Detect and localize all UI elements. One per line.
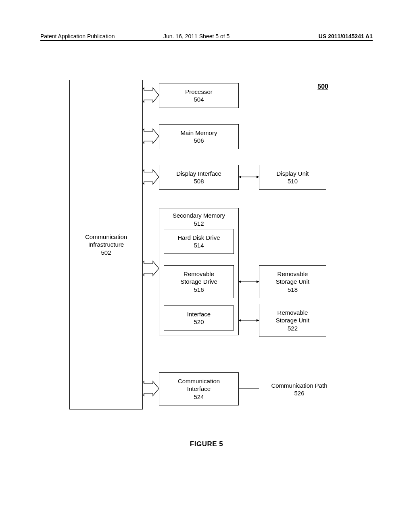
block-interface: Interface 520	[164, 305, 234, 330]
block-hdd: Hard Disk Drive 514	[164, 229, 234, 254]
label: Secondary Memory	[173, 212, 225, 220]
num: 510	[288, 177, 298, 185]
num: 520	[194, 318, 204, 326]
block-comm-infra: Communication Infrastructure 502	[69, 80, 143, 409]
label: Interface	[187, 310, 211, 318]
block-rem-drive: Removable Storage Drive 516	[164, 265, 234, 298]
num: 512	[194, 220, 204, 228]
num: 508	[194, 177, 204, 185]
label: Main Memory	[181, 129, 217, 137]
label: Removable Storage Drive	[180, 270, 217, 286]
figure-caption: FIGURE 5	[0, 440, 413, 448]
page: Patent Application Publication Jun. 16, …	[0, 0, 413, 532]
block-processor: Processor 504	[159, 83, 239, 108]
label: Communication Infrastructure	[85, 233, 127, 249]
num: 506	[194, 137, 204, 145]
block-rem-unit-522: Removable Storage Unit 522	[259, 304, 326, 337]
num: 524	[194, 393, 204, 401]
label: Hard Disk Drive	[177, 234, 220, 242]
block-rem-unit-518: Removable Storage Unit 518	[259, 265, 326, 298]
block-display-interface: Display Interface 508	[159, 165, 239, 190]
header-rule	[40, 40, 373, 41]
block-comm-path: Communication Path 526	[259, 377, 340, 401]
diagram: Communication Infrastructure 502 Process…	[69, 80, 344, 414]
num: 514	[194, 241, 204, 249]
header-right: US 2011/0145241 A1	[319, 33, 373, 39]
num: 502	[101, 249, 111, 257]
label: Communication Interface	[178, 377, 220, 393]
num: 522	[288, 324, 298, 332]
label: Communication Path	[271, 382, 327, 390]
num: 504	[194, 96, 204, 104]
block-main-memory: Main Memory 506	[159, 124, 239, 149]
label: Processor	[185, 88, 213, 96]
block-display-unit: Display Unit 510	[259, 165, 326, 190]
label: Removable Storage Unit	[276, 309, 309, 324]
header-center: Jun. 16, 2011 Sheet 5 of 5	[163, 33, 229, 39]
label: Display Interface	[176, 170, 221, 178]
num: 518	[288, 286, 298, 294]
label: Display Unit	[276, 170, 309, 178]
num: 516	[194, 286, 204, 294]
label: Removable Storage Unit	[276, 270, 309, 286]
header-left: Patent Application Publication	[40, 33, 115, 39]
block-comm-interface: Communication Interface 524	[159, 372, 239, 405]
num: 526	[294, 389, 304, 397]
